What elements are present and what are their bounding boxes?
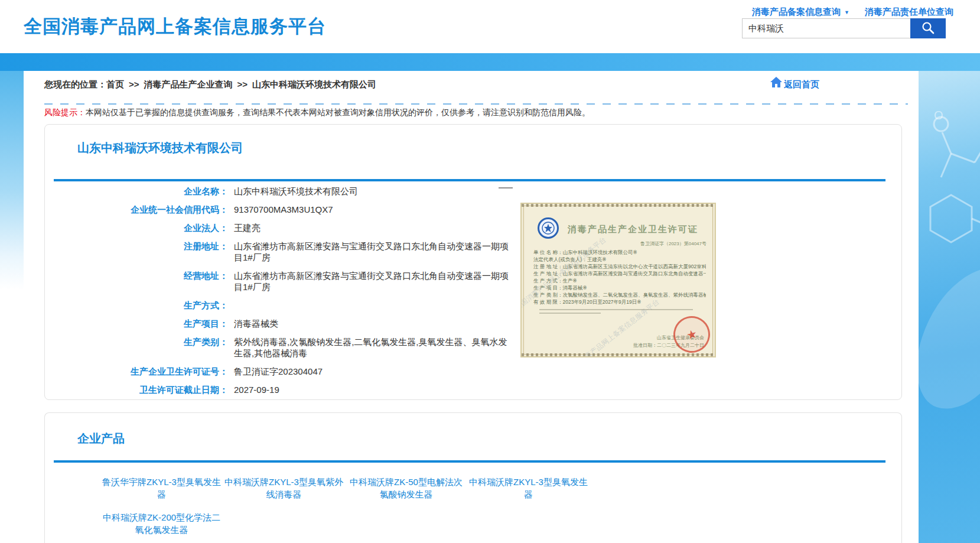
field-value: 紫外线消毒器,次氯酸钠发生器,二氧化氯发生器,臭氧发生器、臭氧水发生器,其他器械…	[234, 336, 512, 359]
breadcrumb-separator: >>	[129, 79, 139, 89]
back-home-link[interactable]: 返回首页	[770, 76, 819, 90]
background-left-strip	[0, 71, 24, 290]
seal-star-icon: ★	[685, 326, 698, 343]
breadcrumb-home-link[interactable]: 首页	[106, 79, 124, 89]
field-label: 生产项目：	[45, 318, 228, 329]
search-button[interactable]	[910, 18, 946, 38]
field-value: 山东中科瑞沃环境技术有限公司	[234, 186, 358, 197]
top-nav: 消毒产品备案信息查询 ▼ 消毒产品责任单位查询	[752, 6, 953, 18]
field-value: 2027-09-19	[234, 384, 279, 395]
field-value: 鲁卫消证字202304047	[234, 366, 323, 377]
search-input[interactable]	[742, 18, 910, 38]
risk-notice: 风险提示：本网站仅基于已掌握的信息提供查询服务，查询结果不代表本网站对被查询对象…	[44, 108, 590, 118]
field-row-business-address: 经营地址： 山东省潍坊市高新区潍安路与宝通街交叉路口东北角自动变速器一期项目1#…	[45, 270, 553, 292]
back-home-label: 返回首页	[784, 79, 819, 90]
field-row-license-expiry: 卫生许可证截止日期： 2027-09-19	[45, 384, 553, 395]
product-link[interactable]: 中科瑞沃牌ZKYL-3型臭氧紫外线消毒器	[223, 476, 344, 500]
background-right-decoration: OH O	[919, 71, 980, 543]
certificate-emblem-icon	[537, 217, 559, 242]
header-blue-band	[0, 53, 980, 71]
breadcrumb-separator: >>	[237, 79, 248, 89]
field-label: 注册地址：	[45, 240, 228, 263]
breadcrumb-current-company: 山东中科瑞沃环境技术有限公司	[252, 79, 376, 89]
search-area	[742, 18, 946, 38]
company-info-card: 山东中科瑞沃环境技术有限公司 企业名称： 山东中科瑞沃环境技术有限公司 企业统一…	[44, 124, 902, 400]
home-icon	[770, 76, 783, 90]
field-value: 山东省潍坊市高新区潍安路与宝通街交叉路口东北角自动变速器一期项目1#厂房	[234, 270, 512, 292]
field-row-legal-person: 企业法人： 王建亮	[45, 222, 553, 233]
search-icon	[921, 21, 935, 37]
field-value: 山东省潍坊市高新区潍安路与宝通街交叉路口东北角自动变速器一期项目1#厂房	[234, 240, 512, 263]
certificate-line-unit-name: 单 位 名 称：山东中科瑞沃环境技术有限公司※	[533, 249, 706, 256]
field-value: 91370700MA3M3U1QX7	[234, 204, 333, 215]
site-title: 全国消毒产品网上备案信息服务平台	[24, 14, 326, 39]
certificate-line-registered-address: 注 册 地 址：山东省潍坊高新区玉清东街以北中心次干道以西高新大厦902室科苑	[533, 263, 706, 270]
field-row-credit-code: 企业统一社会信用代码： 91370700MA3M3U1QX7	[45, 204, 553, 215]
certificate-line-production-address: 生 产 地 址：山东省潍坊市高新区潍安路与宝通街交叉路口东北角自动变速器一期项目…	[533, 270, 706, 277]
field-row-license-number: 生产企业卫生许可证号： 鲁卫消证字202304047	[45, 366, 553, 377]
product-list: 鲁沃华宇牌ZKYL-3型臭氧发生器 中科瑞沃牌ZKYL-3型臭氧紫外线消毒器 中…	[101, 476, 600, 536]
card-divider	[54, 179, 885, 181]
products-card-title: 企业产品	[77, 431, 125, 447]
field-label: 生产类别：	[45, 336, 228, 359]
certificate-line-production-category: 生 产 类 别：次氯酸钠发生器、二氧化氯发生器、臭氧发生器、紫外线消毒器械消毒	[533, 291, 706, 298]
certificate-line-validity-period: 有 效 期 限：2023年9月20日至2027年9月19日※	[533, 298, 706, 305]
breadcrumb: 您现在的位置：首页>>消毒产品生产企业查询>>山东中科瑞沃环境技术有限公司	[44, 79, 376, 90]
certificate-line-legal-rep: 法定代表人(或负责人)：王建亮※	[533, 256, 706, 263]
image-dash-artifact	[499, 187, 513, 188]
product-link[interactable]: 中科瑞沃牌ZKYL-3型臭氧发生器	[468, 476, 589, 500]
dashed-separator	[44, 103, 908, 105]
certificate-header: 消毒产品生产企业卫生许可证	[522, 217, 715, 242]
company-fields: 企业名称： 山东中科瑞沃环境技术有限公司 企业统一社会信用代码： 9137070…	[45, 186, 553, 402]
nav-record-info-label: 消毒产品备案信息查询	[752, 6, 841, 18]
product-link[interactable]: 中科瑞沃牌ZK-50型电解法次氯酸钠发生器	[346, 476, 467, 500]
risk-notice-label: 风险提示：	[44, 108, 86, 117]
field-label: 卫生许可证截止日期：	[45, 384, 228, 395]
field-value: 消毒器械类	[234, 318, 278, 329]
certificate-border-decoration	[522, 204, 715, 207]
certificate-detail-lines: 单 位 名 称：山东中科瑞沃环境技术有限公司※ 法定代表人(或负责人)：王建亮※…	[533, 249, 706, 305]
card-divider	[54, 460, 885, 463]
field-label: 企业统一社会信用代码：	[45, 204, 228, 215]
certificate-title: 消毒产品生产企业卫生许可证	[568, 224, 698, 235]
certificate-fine-print	[539, 309, 693, 316]
field-label: 生产企业卫生许可证号：	[45, 366, 228, 377]
field-value: 王建亮	[234, 222, 261, 233]
field-label: 企业名称：	[45, 186, 228, 197]
field-row-company-name: 企业名称： 山东中科瑞沃环境技术有限公司	[45, 186, 553, 197]
certificate-line-production-project: 生 产 项 目：消毒器械※	[533, 284, 706, 291]
nav-responsible-unit-query[interactable]: 消毒产品责任单位查询	[865, 6, 953, 18]
main-panel: 您现在的位置：首页>>消毒产品生产企业查询>>山东中科瑞沃环境技术有限公司 返回…	[24, 71, 919, 543]
certificate-line-production-method: 生 产 方 式：生产※	[533, 277, 706, 284]
breadcrumb-enterprise-query-link[interactable]: 消毒产品生产企业查询	[144, 79, 233, 89]
nav-responsible-unit-label: 消毒产品责任单位查询	[865, 6, 953, 18]
product-link[interactable]: 鲁沃华宇牌ZKYL-3型臭氧发生器	[101, 476, 222, 500]
chevron-down-icon: ▼	[844, 9, 849, 15]
red-seal-icon: ★	[669, 312, 714, 356]
field-label: 经营地址：	[45, 270, 228, 292]
svg-text:O: O	[934, 109, 943, 122]
certificate-border-decoration	[522, 353, 715, 356]
risk-notice-text: 本网站仅基于已掌握的信息提供查询服务，查询结果不代表本网站对被查询对象信用状况的…	[86, 108, 590, 117]
hygiene-license-certificate-image: 全国消毒产品网上备案信息服务平台 全国消毒产品网上备案信息服务平台 消毒产品生产…	[520, 203, 716, 357]
field-row-production-method: 生产方式：	[45, 300, 553, 311]
field-row-production-project: 生产项目： 消毒器械类	[45, 318, 553, 329]
field-row-production-category: 生产类别： 紫外线消毒器,次氯酸钠发生器,二氧化氯发生器,臭氧发生器、臭氧水发生…	[45, 336, 553, 359]
site-header: 全国消毒产品网上备案信息服务平台 消毒产品备案信息查询 ▼ 消毒产品责任单位查询	[0, 0, 980, 53]
breadcrumb-prefix: 您现在的位置：	[44, 79, 106, 89]
nav-record-info-query[interactable]: 消毒产品备案信息查询 ▼	[752, 6, 849, 18]
certificate-number: 鲁卫消证字（2023）第04047号	[640, 240, 706, 247]
field-label: 生产方式：	[45, 300, 228, 311]
company-card-title: 山东中科瑞沃环境技术有限公司	[77, 140, 243, 156]
product-link[interactable]: 中科瑞沃牌ZK-200型化学法二氧化氯发生器	[101, 511, 222, 536]
field-label: 企业法人：	[45, 222, 228, 233]
field-row-registered-address: 注册地址： 山东省潍坊市高新区潍安路与宝通街交叉路口东北角自动变速器一期项目1#…	[45, 240, 553, 263]
enterprise-products-card: 企业产品 鲁沃华宇牌ZKYL-3型臭氧发生器 中科瑞沃牌ZKYL-3型臭氧紫外线…	[44, 412, 902, 543]
